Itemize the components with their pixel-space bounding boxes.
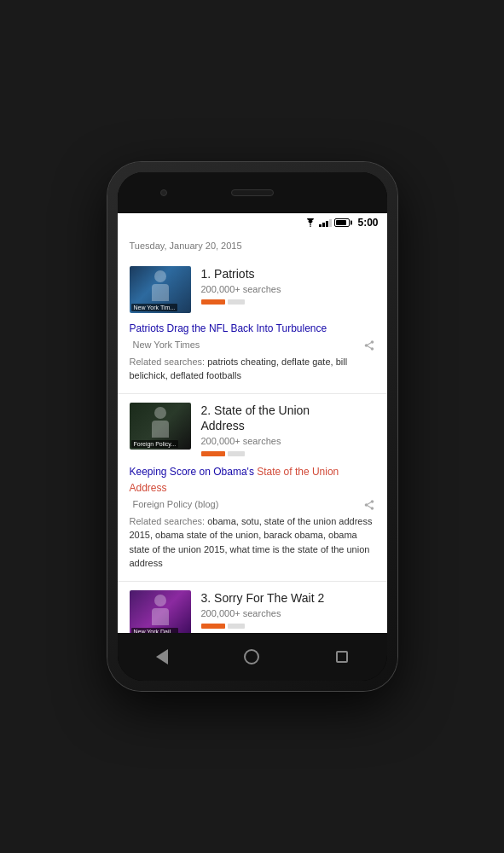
phone-screen: 5:00 Tuesday, January 20, 2015 — [118, 172, 387, 681]
status-bar: 5:00 — [118, 213, 387, 232]
bar-filled — [201, 299, 225, 305]
trend-item-patriots: New York Tim... 1. Patriots 200,000+ sea… — [118, 258, 387, 394]
date-header: Tuesday, January 20, 2015 — [118, 232, 387, 258]
trend-bar-lilwayne — [201, 624, 375, 629]
home-icon — [244, 649, 259, 664]
status-icons: 5:00 — [304, 217, 378, 229]
svg-point-0 — [310, 225, 312, 227]
trend-image-label-sotu: Foreign Policy... — [131, 440, 179, 448]
back-icon — [156, 649, 168, 664]
share-button-patriots[interactable] — [363, 339, 375, 355]
trend-info-patriots: 1. Patriots 200,000+ searches — [201, 266, 375, 305]
trend-source-patriots: New York Times — [130, 339, 375, 350]
trend-link-patriots[interactable]: Patriots Drag the NFL Back Into Turbulen… — [130, 320, 375, 336]
trend-image-lilwayne: New York Dail... — [130, 590, 191, 633]
trend-count-sotu: 200,000+ searches — [201, 436, 375, 446]
trend-bar-patriots — [201, 299, 375, 305]
trend-top-sotu: Foreign Policy... 2. State of the UnionA… — [130, 403, 375, 456]
trend-count-patriots: 200,000+ searches — [201, 284, 375, 294]
clearfix-sotu: Related searches: obama, sotu, state of … — [130, 514, 375, 571]
top-bezel — [118, 172, 387, 213]
recents-icon — [336, 651, 348, 663]
bar-empty — [228, 299, 245, 305]
trend-image-label-lilwayne: New York Dail... — [131, 628, 178, 633]
trend-title-sotu: 2. State of the UnionAddress — [201, 403, 375, 433]
main-screen[interactable]: Tuesday, January 20, 2015 New York Tim..… — [118, 232, 387, 633]
clearfix: Related searches: patriots cheating, def… — [130, 355, 375, 383]
trend-image-sotu: Foreign Policy... — [130, 403, 191, 450]
nav-back-button[interactable] — [149, 644, 175, 670]
trend-title-patriots: 1. Patriots — [201, 266, 375, 281]
trend-info-lilwayne: 3. Sorry For The Wait 2 200,000+ searche… — [201, 590, 375, 629]
bottom-nav-bar — [118, 633, 387, 681]
trend-top-lilwayne: New York Dail... 3. Sorry For The Wait 2… — [130, 590, 375, 633]
wifi-icon — [304, 218, 316, 227]
status-time: 5:00 — [357, 217, 378, 229]
trend-item-sotu: Foreign Policy... 2. State of the UnionA… — [118, 394, 387, 582]
trend-image-patriots: New York Tim... — [130, 266, 191, 313]
trend-info-sotu: 2. State of the UnionAddress 200,000+ se… — [201, 403, 375, 456]
trend-image-label-patriots: New York Tim... — [131, 304, 178, 311]
trend-title-lilwayne: 3. Sorry For The Wait 2 — [201, 590, 375, 606]
highlight-sotu: State of the Union Address — [130, 466, 339, 494]
signal-icon — [319, 218, 332, 227]
trend-link-anchor-patriots[interactable]: Patriots Drag the NFL Back Into Turbulen… — [130, 322, 327, 334]
trend-bar-sotu — [201, 451, 375, 456]
bar-empty-sotu — [228, 451, 245, 456]
bar-empty-lilwayne — [228, 624, 245, 629]
trend-link-anchor-sotu[interactable]: Keeping Score on Obama's State of the Un… — [130, 466, 339, 494]
related-searches-sotu: Related searches: obama, sotu, state of … — [130, 514, 375, 571]
bar-filled-lilwayne — [201, 624, 225, 629]
related-searches-patriots: Related searches: patriots cheating, def… — [130, 355, 375, 383]
content-area: Tuesday, January 20, 2015 New York Tim..… — [118, 232, 387, 633]
trend-count-lilwayne: 200,000+ searches — [201, 608, 375, 618]
phone-device: 5:00 Tuesday, January 20, 2015 — [107, 162, 397, 691]
trend-source-sotu: Foreign Policy (blog) — [130, 499, 375, 509]
nav-home-button[interactable] — [239, 644, 264, 670]
trend-top-patriots: New York Tim... 1. Patriots 200,000+ sea… — [130, 266, 375, 313]
bar-filled-sotu — [201, 451, 225, 456]
battery-icon — [334, 218, 350, 227]
front-camera-icon — [160, 189, 167, 196]
nav-recents-button[interactable] — [329, 644, 355, 670]
trend-link-sotu[interactable]: Keeping Score on Obama's State of the Un… — [130, 463, 375, 496]
share-button-sotu[interactable] — [363, 499, 375, 514]
speaker — [231, 189, 274, 196]
trend-item-lilwayne: New York Dail... 3. Sorry For The Wait 2… — [118, 582, 387, 633]
